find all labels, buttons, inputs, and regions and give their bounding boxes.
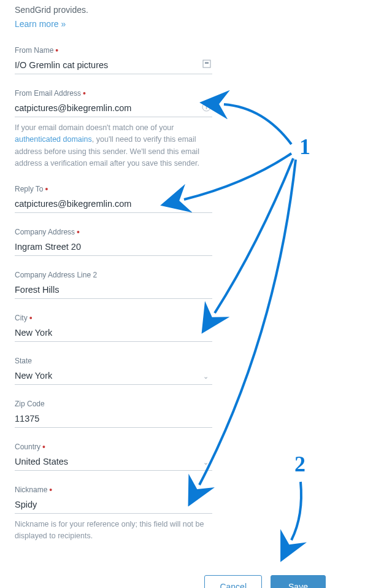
from-name-field: From Name• (15, 46, 212, 74)
form-actions: Cancel Save (0, 564, 365, 588)
annotation-arrow (224, 104, 291, 144)
annotation-arrow (291, 482, 301, 540)
from-email-help: If your email domain doesn't match one o… (15, 122, 212, 170)
required-indicator: • (29, 314, 33, 322)
company-address2-input[interactable] (15, 283, 212, 299)
required-indicator: • (49, 485, 52, 494)
reply-to-label: Reply To• (15, 185, 212, 193)
zip-field: Zip Code (15, 400, 212, 428)
info-icon[interactable] (202, 103, 211, 114)
zip-input[interactable] (15, 412, 212, 428)
svg-rect-1 (205, 62, 209, 64)
city-field: City• (15, 314, 212, 342)
svg-point-3 (206, 105, 207, 106)
nickname-label: Nickname• (15, 485, 212, 494)
company-address-field: Company Address• (15, 228, 212, 256)
autofill-icon (202, 60, 211, 70)
company-address2-label: Company Address Line 2 (15, 271, 212, 279)
nickname-field: Nickname• Nickname is for your reference… (15, 485, 212, 543)
cancel-button[interactable]: Cancel (204, 575, 262, 588)
required-indicator: • (55, 46, 58, 55)
country-select[interactable] (15, 455, 212, 471)
state-select[interactable] (15, 369, 212, 385)
company-address2-field: Company Address Line 2 (15, 271, 212, 299)
intro-text: SendGrid provides. (15, 5, 212, 15)
required-indicator: • (77, 228, 80, 236)
svg-rect-4 (206, 107, 207, 110)
reply-to-field: Reply To• (15, 185, 212, 213)
from-email-input[interactable] (15, 101, 212, 117)
country-label: Country• (15, 443, 212, 451)
state-field: State ⌄ (15, 357, 212, 385)
from-email-label: From Email Address• (15, 89, 212, 98)
nickname-help: Nickname is for your reference only; thi… (15, 519, 212, 543)
reply-to-input[interactable] (15, 197, 212, 213)
country-field: Country• ⌄ (15, 443, 212, 471)
authenticated-domains-link[interactable]: authenticated domains (15, 135, 92, 144)
annotation-number-1: 1 (299, 134, 310, 160)
city-label: City• (15, 314, 212, 322)
zip-label: Zip Code (15, 400, 212, 408)
company-address-label: Company Address• (15, 228, 212, 236)
company-address-input[interactable] (15, 240, 212, 256)
from-name-input[interactable] (15, 58, 212, 74)
annotation-number-2: 2 (294, 451, 305, 477)
state-label: State (15, 357, 212, 365)
required-indicator: • (42, 443, 45, 451)
learn-more-link[interactable]: Learn more » (15, 19, 66, 29)
save-button[interactable]: Save (271, 575, 326, 588)
nickname-input[interactable] (15, 498, 212, 514)
from-name-label: From Name• (15, 46, 212, 55)
required-indicator: • (45, 185, 48, 193)
required-indicator: • (83, 89, 86, 98)
city-input[interactable] (15, 326, 212, 342)
from-email-field: From Email Address• If your email domain… (15, 89, 212, 170)
